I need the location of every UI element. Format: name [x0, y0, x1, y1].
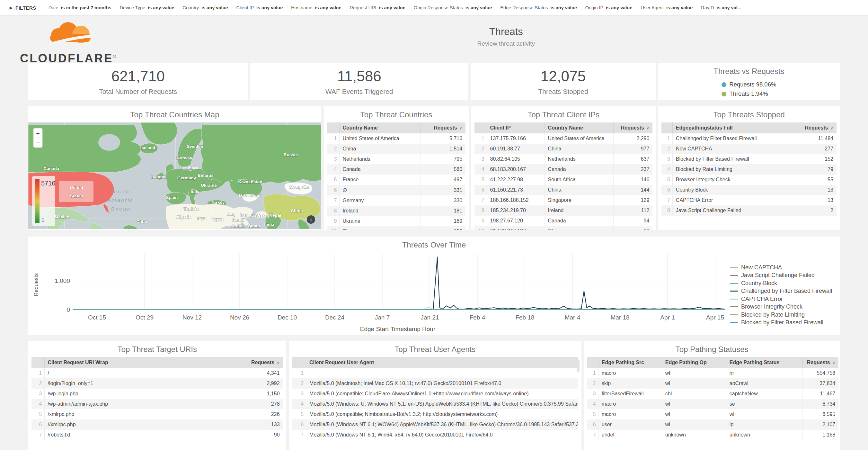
cell: Mozilla/5.0 (Windows NT 6.1; Win64; x64;… [306, 430, 579, 440]
column-header[interactable]: Requests∨ [421, 122, 465, 133]
filter-item[interactable]: Edge Response Status is any value [500, 5, 577, 10]
cell: United States of America [545, 133, 613, 144]
cell: /wp-admin/admin-ajax.php [44, 399, 245, 409]
cell: 554,758 [803, 368, 838, 378]
legend-label: Challenged by Filter Based Firewall [741, 288, 832, 294]
us-label-plate [59, 181, 93, 202]
filter-item[interactable]: RayID is any val... [701, 5, 741, 10]
filter-item[interactable]: Origin IP is any value [585, 5, 632, 10]
table-row: 468.183.200.167Canada237 [474, 164, 652, 175]
cell: wl [662, 368, 726, 378]
table-row: 3Netherlands795 [327, 154, 465, 164]
column-header[interactable]: Country Name [339, 122, 421, 133]
x-tick-label: Dec 10 [278, 314, 297, 321]
cell: undef [598, 430, 662, 440]
cell: 226 [245, 409, 283, 419]
panel-title: Threats Over Time [28, 240, 840, 249]
cell: 11,467 [803, 389, 838, 399]
legend-item[interactable]: CAPTCHA Error [730, 295, 832, 303]
column-header[interactable]: Country Name [545, 122, 613, 133]
map-label: Atlantic [107, 197, 134, 203]
map-label: Iraq [227, 211, 235, 216]
filter-item[interactable]: Device Type is any value [120, 5, 175, 10]
legend-item[interactable]: Blocked by Rate Limiting [730, 311, 832, 319]
cell: se [726, 399, 803, 409]
cell: 6,734 [803, 399, 838, 409]
column-header[interactable]: Edge Pathing Src [598, 357, 662, 368]
map-label: India [264, 222, 274, 227]
table-row: 7Mozilla/5.0 (Windows NT 6.1; Win64; x64… [292, 430, 579, 440]
column-header[interactable]: Edge Pathing Op [662, 357, 726, 368]
filter-item[interactable]: Request URI is any value [350, 5, 405, 10]
filter-bar: ▶ FILTERS Date is in the past 7 monthsDe… [0, 0, 868, 16]
filter-item[interactable]: Country is any value [183, 5, 228, 10]
filter-item[interactable]: User Agent is any value [641, 5, 692, 10]
map-label: Saudi [232, 218, 244, 222]
legend-swatch [721, 92, 726, 96]
cell: Ireland [339, 206, 421, 216]
threats-over-time-chart[interactable]: Oct 15Oct 29Nov 12Nov 26Dec 10Dec 24Jan … [28, 237, 840, 335]
column-header[interactable]: Requests∨ [245, 357, 283, 368]
stats-row: 621,710 Total Number of Requests 11,586 … [28, 63, 840, 100]
cell: China [545, 185, 613, 195]
sort-chevron-icon: ∨ [277, 360, 280, 365]
column-header[interactable]: Edgepathingstatus Full [672, 122, 787, 133]
top-threat-countries-panel: Top Threat Countries Country NameRequest… [324, 107, 469, 230]
top-threat-client-ips-panel: Top Threat Client IPs Client IPCountry N… [471, 107, 656, 230]
filters-toggle[interactable]: ▶ FILTERS [10, 5, 36, 10]
map-info-icon[interactable]: i [307, 215, 315, 224]
column-header[interactable]: Client Request URI Wrap [44, 357, 245, 368]
column-header[interactable]: Requests∨ [787, 122, 837, 133]
zoom-in-button[interactable]: + [36, 130, 40, 137]
legend-item[interactable]: Country Block [730, 279, 832, 287]
page-title-block: Threats Review threat activity [477, 26, 535, 47]
map-label: Egypt [211, 217, 223, 222]
table-row: 7undefunknownunknown1,168 [587, 430, 838, 440]
cell: Germany [339, 196, 421, 206]
cell: 5,716 [421, 133, 465, 144]
cell: 278 [245, 399, 283, 409]
column-header[interactable]: Client Request User Agent [306, 357, 579, 368]
table-row: 8Java Script Challenge Failed2 [661, 205, 837, 216]
map-heat-legend: 5716 1 [32, 176, 56, 226]
map-label: Canada [44, 166, 59, 171]
filter-item[interactable]: Origin Response Status is any value [414, 5, 492, 10]
table-row: 10Singapore158 [327, 226, 465, 230]
legend-item[interactable]: New CAPTCHA [730, 264, 832, 272]
filter-item[interactable]: Client IP is any value [236, 5, 283, 10]
top-threat-target-uris-table: Client Request URI WrapRequests∨1/4,3412… [31, 357, 283, 440]
column-header[interactable]: Edge Pathing Status [726, 357, 803, 368]
legend-item[interactable]: Browser Integrity Check [730, 303, 832, 311]
column-header[interactable]: Requests∨ [803, 357, 838, 368]
zoom-out-button[interactable]: − [36, 139, 40, 146]
threat-map-panel: Top Threat Countries Map [28, 107, 321, 230]
cell: China [545, 144, 613, 154]
legend-item[interactable]: Challenged by Filter Based Firewall [730, 287, 832, 295]
cell: wl [662, 419, 726, 430]
legend-item[interactable]: Blocked by Filter Based Firewall [730, 319, 832, 327]
legend-swatch [730, 283, 738, 284]
table-row: 7188.166.188.152Singapore129 [474, 195, 652, 205]
table-row: 2/login/?login_only=12,992 [31, 378, 283, 389]
column-header[interactable]: Requests∨ [613, 122, 652, 133]
cell: 129 [613, 195, 652, 205]
map-label: China [291, 208, 303, 213]
table-row: 661.160.221.73China144 [474, 185, 652, 195]
page-subtitle: Review threat activity [477, 40, 535, 47]
cell: Mozilla/5.0 (compatible; CloudFlare-Alwa… [306, 389, 579, 399]
x-tick-label: Oct 15 [88, 314, 106, 321]
table-row: 6Mozilla/5.0 (Windows NT 6.1; WOW64) App… [292, 419, 579, 430]
legend-item[interactable]: Java Script Challenge Failed [730, 272, 832, 280]
legend-label: Browser Integrity Check [741, 303, 803, 310]
world-map[interactable]: CanadaUnitedStatesMexicoCubaIcelandIrela… [28, 122, 321, 229]
filter-item[interactable]: Hostname is any value [291, 5, 341, 10]
cell: 144 [613, 185, 652, 195]
table-row: 1macrowlnr554,758 [587, 368, 838, 378]
cell: 112 [613, 205, 652, 216]
filter-item[interactable]: Date is in the past 7 months [49, 5, 112, 10]
map-label: Arabia [231, 223, 245, 228]
column-header[interactable]: Client IP [487, 122, 545, 133]
map-label: Sweden [187, 144, 203, 149]
map-label: Norway [177, 156, 192, 160]
x-tick-label: Nov 12 [183, 314, 202, 321]
